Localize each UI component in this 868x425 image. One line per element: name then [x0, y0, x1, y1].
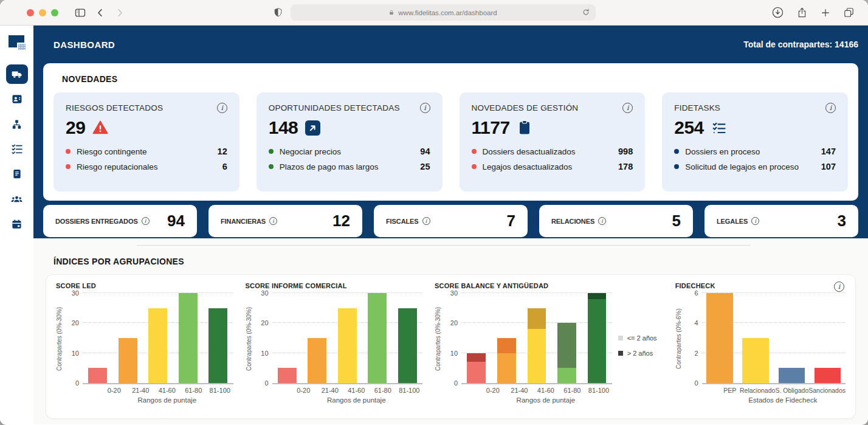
y-tick: 20	[61, 319, 79, 327]
y-tick: 0	[680, 379, 698, 387]
bar-41-60	[148, 308, 167, 383]
bar-81-100	[398, 308, 417, 383]
info-icon[interactable]	[420, 103, 430, 113]
x-tick: 61-80	[181, 387, 207, 394]
sidebar-item-dashboard[interactable]	[6, 64, 28, 84]
item-label: Plazos de pago mas largos	[280, 162, 379, 171]
bar-81-100	[208, 308, 227, 383]
info-icon[interactable]	[751, 217, 759, 225]
stat-label: FINANCIERAS	[221, 218, 266, 225]
stat-legales: LEGALES 3	[704, 205, 858, 237]
alert-triangle-icon	[92, 120, 108, 135]
info-icon[interactable]	[142, 217, 150, 225]
y-axis-label: Contrapartes (0%-30%)	[435, 293, 443, 384]
new-tab-icon[interactable]	[820, 7, 831, 18]
app-logo	[9, 35, 25, 50]
url-bar[interactable]: www.fidelitas.com.ar/dashboard	[291, 4, 596, 21]
x-axis-label: Rangos de puntaje	[461, 396, 612, 404]
bar-61-80	[179, 293, 198, 383]
sidebar-item-users[interactable]	[6, 189, 28, 209]
segment-mayor-2-anos	[588, 293, 607, 299]
info-icon[interactable]	[598, 217, 606, 225]
stat-relaciones: RELACIONES 5	[539, 205, 693, 237]
bar-0-20	[467, 293, 486, 383]
novedades-title: NOVEDADES	[62, 74, 848, 84]
stat-value: 5	[672, 212, 681, 230]
x-axis-ticks: 0-2021-4041-6061-8081-100	[83, 387, 233, 394]
bullet-dot	[66, 149, 71, 154]
x-tick: 0-20	[480, 387, 506, 394]
downloads-icon[interactable]	[771, 6, 784, 19]
x-axis-ticks: PEPRelacionadoS. ObligadoSancionados	[702, 387, 846, 394]
item-value: 25	[420, 162, 430, 171]
item-value: 147	[821, 147, 836, 156]
info-icon[interactable]	[834, 282, 844, 292]
privacy-shield-icon[interactable]	[273, 7, 283, 18]
list-item: Riesgo reputacionales 6	[66, 162, 227, 171]
chart-title: SCORE INFORME COMERCIAL	[246, 282, 423, 289]
item-label: Riesgo reputacionales	[77, 162, 158, 171]
card-novedades-gestion: NOVEDADES DE GESTIÓN 1177	[460, 92, 646, 192]
x-tick: 0-20	[101, 387, 128, 394]
info-icon[interactable]	[269, 217, 277, 225]
x-axis-ticks: 0-2021-4041-6061-8081-100	[461, 387, 612, 394]
chart-title: SCORE BALANCE Y ANTIGÜEDAD	[435, 282, 663, 289]
x-tick: 21-40	[506, 387, 533, 394]
item-value: 178	[618, 162, 633, 171]
checklist-icon	[11, 143, 23, 155]
segment-mayor-2-anos	[557, 323, 576, 368]
url-text: www.fidelitas.com.ar/dashboard	[398, 9, 497, 16]
list-item: Riesgo contingente 12	[66, 147, 227, 156]
sidebar-item-tasks[interactable]	[6, 139, 28, 159]
bar-21-40	[308, 338, 326, 383]
bar-0-20	[88, 368, 107, 383]
y-tick: 0	[61, 379, 79, 387]
sidebar-item-reports[interactable]	[6, 164, 28, 184]
legend-label: > 2 años	[627, 350, 653, 357]
x-tick: 21-40	[128, 387, 154, 394]
chart-score-informe-comercial: SCORE INFORME COMERCIAL Contrapartes (0%…	[246, 282, 423, 418]
info-icon[interactable]	[825, 103, 836, 113]
item-label: Solicitud de legajos en proceso	[685, 162, 799, 171]
card-title: OPORTUNIDADES DETECTADAS	[269, 103, 400, 112]
bullet-dot	[674, 149, 679, 154]
list-item: Dossiers en proceso 147	[674, 147, 836, 156]
x-axis-label: Rangos de puntaje	[272, 396, 423, 404]
y-tick: 20	[439, 319, 458, 327]
legend-entry: > 2 años	[618, 350, 663, 357]
share-icon[interactable]	[796, 7, 808, 18]
reload-icon[interactable]	[582, 8, 590, 16]
segment-mayor-2-anos	[528, 308, 546, 330]
tab-overview-icon[interactable]	[843, 7, 855, 18]
report-icon	[12, 168, 22, 179]
plot-area: 0102030	[272, 293, 423, 384]
bullet-dot	[674, 164, 679, 169]
legend-swatch	[618, 336, 623, 340]
plot-area: 0246	[702, 293, 846, 384]
segment-menor-2-anos	[467, 362, 486, 383]
y-tick: 0	[250, 379, 269, 387]
bar-relacionado	[742, 338, 769, 383]
x-tick: 41-60	[532, 387, 559, 394]
x-tick: 0-20	[291, 387, 317, 394]
card-riesgos-detectados: RIESGOS DETECTADOS 29	[53, 92, 239, 192]
info-icon[interactable]	[217, 103, 227, 113]
segment-menor-2-anos	[557, 368, 576, 383]
card-title: RIESGOS DETECTADOS	[66, 103, 163, 112]
bullet-dot	[472, 164, 477, 169]
sidebar-item-contacts[interactable]	[6, 89, 28, 109]
sidebar-item-org-structure[interactable]	[6, 114, 28, 134]
segment-menor-2-anos	[528, 329, 546, 383]
users-icon	[10, 193, 23, 206]
plot-area: 0102030	[461, 293, 612, 384]
info-icon[interactable]	[622, 103, 633, 113]
x-tick: S. Obligado	[775, 387, 808, 394]
chart-score-led: SCORE LED Contrapartes (0%-30%) 0102030 …	[56, 282, 233, 418]
bar-sancionados	[815, 368, 841, 383]
item-value: 94	[420, 147, 430, 156]
bullet-dot	[269, 149, 274, 154]
info-icon[interactable]	[422, 217, 430, 225]
sidebar-item-calendar[interactable]	[6, 214, 28, 233]
x-tick: 81-100	[396, 387, 423, 394]
card-title: NOVEDADES DE GESTIÓN	[472, 103, 579, 112]
